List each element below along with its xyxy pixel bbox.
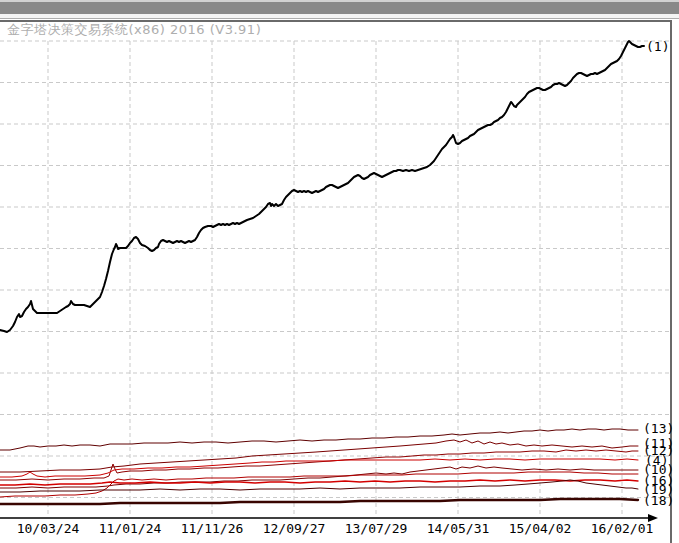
x-axis-tick-label: 11/11/26 (176, 521, 248, 536)
series-line18 (0, 499, 638, 504)
x-axis-tick-label: 13/07/29 (340, 521, 412, 536)
series-line13 (0, 429, 638, 450)
chart-canvas[interactable] (0, 0, 679, 543)
x-axis-tick-label: 12/09/27 (258, 521, 330, 536)
x-axis-tick-label: 14/05/31 (422, 521, 494, 536)
series-label-line13: (13) (643, 422, 674, 435)
x-axis-tick-label: 11/01/24 (94, 521, 166, 536)
x-axis-tick-label: 10/03/24 (12, 521, 84, 536)
series-label-equity: (1) (646, 40, 669, 53)
x-axis-tick-label: 16/02/01 (586, 521, 658, 536)
series-label-line18: (18) (643, 494, 674, 507)
x-axis-tick-label: 15/04/02 (504, 521, 576, 536)
series-equity (0, 41, 644, 332)
